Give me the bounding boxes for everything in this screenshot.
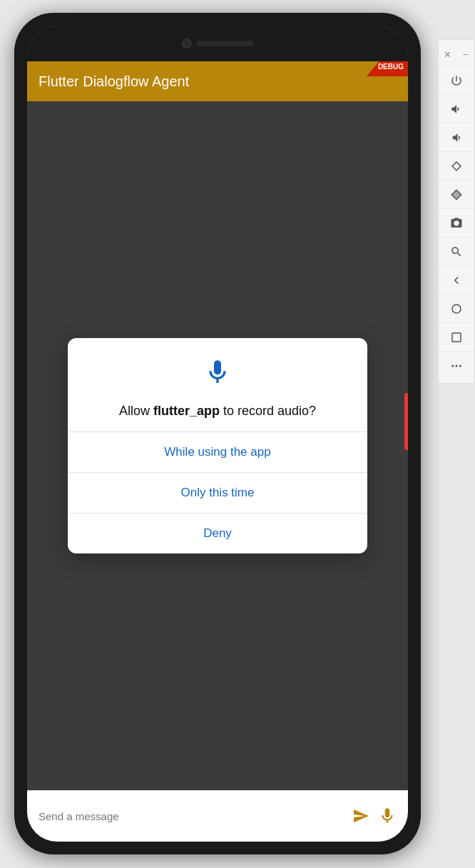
svg-marker-0 [452, 162, 461, 170]
only-this-time-button[interactable]: Only this time [68, 473, 367, 513]
camera-notch [182, 39, 192, 48]
side-toolbar: ✕ − [438, 39, 475, 384]
svg-rect-3 [452, 333, 461, 342]
toolbar-window-controls: ✕ − [439, 43, 474, 66]
debug-badge: DEBUG [367, 61, 408, 76]
close-window-button[interactable]: ✕ [439, 43, 456, 66]
speaker-notch [196, 41, 253, 46]
volume-down-button[interactable] [439, 123, 474, 152]
phone-screen: Flutter Dialogflow Agent DEBUG [27, 26, 408, 842]
svg-point-6 [459, 365, 461, 367]
screenshot-button[interactable] [439, 209, 474, 238]
send-button[interactable] [352, 807, 369, 824]
app-bar: Flutter Dialogflow Agent DEBUG [27, 61, 408, 101]
phone-slider [404, 393, 408, 450]
main-area: Allow flutter_app to record audio? While… [27, 101, 408, 790]
deny-button[interactable]: Deny [68, 514, 367, 553]
svg-marker-1 [451, 190, 461, 200]
home-button[interactable] [439, 295, 474, 323]
phone-notch [27, 26, 408, 61]
phone-frame: Flutter Dialogflow Agent DEBUG [14, 13, 421, 854]
voice-input-button[interactable] [378, 807, 397, 825]
permission-dialog: Allow flutter_app to record audio? While… [68, 338, 367, 553]
power-button[interactable] [439, 66, 474, 95]
app-content: Flutter Dialogflow Agent DEBUG [27, 61, 408, 842]
message-input[interactable] [39, 810, 344, 822]
dialog-top: Allow flutter_app to record audio? [68, 338, 367, 432]
rotate-right-button[interactable] [439, 180, 474, 209]
app-title: Flutter Dialogflow Agent [39, 73, 189, 90]
dialog-overlay: Allow flutter_app to record audio? While… [27, 101, 408, 790]
dialog-message: Allow flutter_app to record audio? [119, 402, 316, 420]
svg-point-4 [451, 365, 454, 367]
bottom-bar [27, 790, 408, 842]
zoom-button[interactable] [439, 238, 474, 266]
while-using-app-button[interactable]: While using the app [68, 432, 367, 472]
svg-point-2 [452, 305, 461, 313]
rotate-left-button[interactable] [439, 152, 474, 180]
minimize-window-button[interactable]: − [456, 43, 474, 66]
svg-point-5 [456, 365, 458, 367]
recents-button[interactable] [439, 323, 474, 352]
mic-icon [203, 358, 232, 391]
more-options-button[interactable] [439, 352, 474, 380]
volume-up-button[interactable] [439, 95, 474, 123]
back-button[interactable] [439, 266, 474, 295]
